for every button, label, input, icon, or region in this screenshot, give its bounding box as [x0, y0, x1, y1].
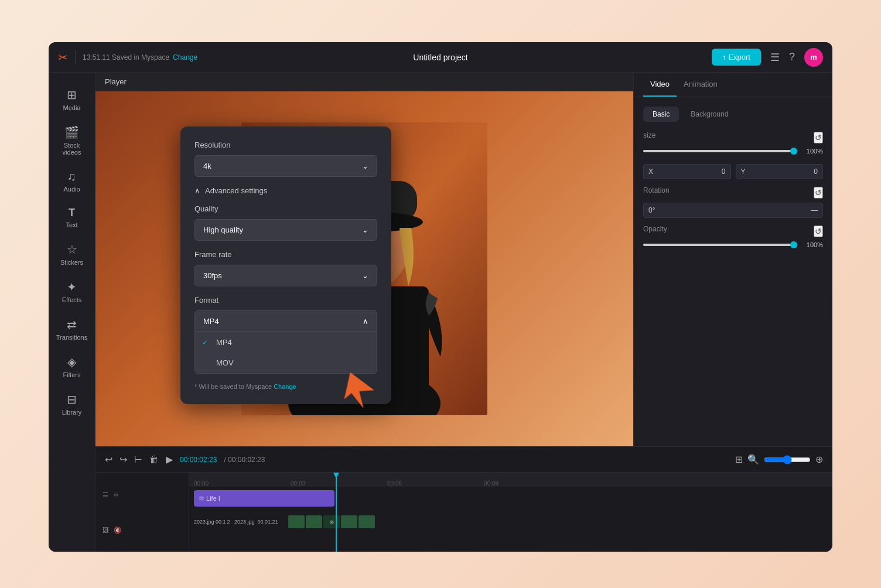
- tab-video[interactable]: Video: [643, 73, 677, 97]
- avatar[interactable]: m: [804, 48, 823, 67]
- size-slider-track[interactable]: [643, 150, 797, 152]
- stock-videos-icon: 🎬: [64, 125, 79, 139]
- rotation-value: 0°: [648, 206, 655, 214]
- redo-button[interactable]: ↪: [119, 454, 127, 465]
- content-area: ⊞ Media 🎬 Stock videos ♫ Audio T Text ☆ …: [49, 73, 832, 552]
- ruler-mark-0: 00:00: [194, 480, 209, 487]
- format-option-mp4[interactable]: ✓ MP4: [195, 332, 377, 353]
- sidebar: ⊞ Media 🎬 Stock videos ♫ Audio T Text ☆ …: [49, 73, 95, 552]
- ruler-mark-9: 00:09: [484, 480, 498, 487]
- right-panel-content: Basic Background size ↺ 100: [634, 97, 832, 446]
- sidebar-item-media[interactable]: ⊞ Media: [53, 82, 91, 117]
- player-section: Player: [95, 73, 633, 446]
- timeline-controls: ↩ ↪ ⊢ 🗑 ▶ 00:00:02:23 / 00:00:02:23 ⊞ 🔍 …: [95, 447, 832, 473]
- transitions-icon: ⇄: [67, 317, 77, 331]
- zoom-slider[interactable]: [764, 455, 811, 464]
- timeline-playhead[interactable]: [336, 473, 337, 552]
- header-right: ↑ Export ☰ ? m: [712, 48, 823, 67]
- split-button[interactable]: ⊢: [134, 454, 142, 465]
- sidebar-item-text[interactable]: T Text: [53, 201, 91, 234]
- format-option-mp4-label: MP4: [216, 338, 232, 347]
- sidebar-item-transitions[interactable]: ⇄ Transitions: [53, 312, 91, 347]
- rotation-input[interactable]: 0° —: [643, 203, 823, 218]
- framerate-select[interactable]: 30fps ⌄: [194, 265, 377, 286]
- size-label: size: [643, 131, 655, 139]
- footer-change-link[interactable]: Change: [274, 383, 296, 390]
- y-input[interactable]: Y 0: [736, 164, 824, 179]
- clip-timestamp-1: 2023.jpg 00:1: [194, 519, 226, 525]
- subtab-background[interactable]: Background: [681, 107, 737, 122]
- y-label: Y: [741, 167, 746, 176]
- quality-label: Quality: [194, 204, 377, 213]
- delete-button[interactable]: 🗑: [149, 454, 159, 465]
- x-value: 0: [722, 167, 726, 176]
- size-reset-icon[interactable]: ↺: [814, 132, 823, 143]
- cursor-arrow: [339, 367, 385, 416]
- filters-icon: ◈: [67, 355, 76, 369]
- advanced-settings-toggle[interactable]: ∧ Advanced settings: [194, 186, 377, 195]
- timeline: ↩ ↪ ⊢ 🗑 ▶ 00:00:02:23 / 00:00:02:23 ⊞ 🔍 …: [95, 446, 832, 552]
- format-chevron-icon: ∧: [363, 317, 368, 326]
- tl-thumb-2: [306, 515, 322, 528]
- total-time: / 00:00:02:23: [224, 456, 265, 464]
- size-slider-row: 100%: [643, 148, 823, 155]
- text-icon: T: [69, 207, 75, 219]
- subtab-basic[interactable]: Basic: [643, 107, 679, 122]
- sidebar-item-audio[interactable]: ♫ Audio: [53, 164, 91, 199]
- export-button[interactable]: ↑ Export: [712, 49, 761, 66]
- framerate-value: 30fps: [203, 271, 222, 280]
- rotation-label: Rotation: [643, 186, 670, 194]
- opacity-slider-row: 100%: [643, 241, 823, 248]
- rotation-reset-icon[interactable]: ↺: [814, 187, 823, 199]
- quality-select[interactable]: High quality ⌄: [194, 219, 377, 241]
- player-area: Player: [95, 73, 832, 446]
- sidebar-item-library[interactable]: ⊟ Library: [53, 387, 91, 422]
- menu-icon[interactable]: ☰: [770, 51, 780, 64]
- library-icon: ⊟: [67, 392, 77, 406]
- format-dropdown: MP4 ∧ ✓ MP4 MOV: [194, 310, 377, 374]
- sidebar-item-stickers[interactable]: ☆ Stickers: [53, 237, 91, 272]
- advanced-settings-label: Advanced settings: [205, 186, 267, 195]
- opacity-slider-track[interactable]: [643, 244, 797, 246]
- header-divider: [75, 50, 76, 64]
- timeline-sidebar: ☰ ♾ 🖼 🔇: [95, 473, 189, 552]
- ruler-mark-3: 00:03: [291, 480, 305, 487]
- undo-button[interactable]: ↩: [105, 454, 112, 465]
- sidebar-label-media: Media: [63, 104, 81, 111]
- sidebar-label-audio: Audio: [63, 186, 80, 193]
- play-button[interactable]: ▶: [166, 454, 173, 465]
- format-dropdown-header[interactable]: MP4 ∧: [195, 311, 377, 332]
- timeline-main: 00:00 00:03 00:06 00:09 ♾ Life I: [189, 473, 832, 552]
- stickers-icon: ☆: [67, 242, 77, 257]
- sidebar-label-stock-videos: Stock videos: [58, 142, 86, 156]
- change-link[interactable]: Change: [173, 53, 197, 61]
- right-panel-tabs: Video Animation: [634, 73, 832, 97]
- track2-mute-icon[interactable]: 🔇: [114, 527, 122, 534]
- resolution-select[interactable]: 4k ⌄: [194, 155, 377, 177]
- help-icon[interactable]: ?: [789, 51, 795, 63]
- zoom-in-icon[interactable]: ⊕: [815, 454, 823, 465]
- x-label: X: [648, 167, 653, 176]
- track-row-2: 2023.jpg 00:1 2 2023.jpg 00:01:21 ⊗: [189, 510, 832, 534]
- track-row-1: ♾ Life I: [189, 487, 832, 510]
- framerate-chevron-icon: ⌄: [362, 271, 368, 280]
- opacity-label: Opacity: [643, 225, 667, 233]
- media-icon: ⊞: [67, 88, 77, 102]
- zoom-fit-icon[interactable]: ⊞: [735, 454, 743, 465]
- sidebar-label-text: Text: [66, 221, 77, 228]
- app-window: ✂ 13:51:11 Saved in Myspace Change Untit…: [49, 42, 832, 552]
- sidebar-label-library: Library: [62, 409, 82, 416]
- clip-timestamp-2: 2 2023.jpg: [227, 519, 257, 525]
- sidebar-item-filters[interactable]: ◈ Filters: [53, 349, 91, 384]
- opacity-reset-icon[interactable]: ↺: [814, 225, 823, 237]
- zoom-out-icon[interactable]: 🔍: [747, 454, 759, 465]
- sidebar-item-effects[interactable]: ✦ Effects: [53, 274, 91, 309]
- format-label: Format: [194, 296, 377, 305]
- x-input[interactable]: X 0: [643, 164, 731, 179]
- header: ✂ 13:51:11 Saved in Myspace Change Untit…: [49, 42, 832, 73]
- timeline-clip-purple[interactable]: ♾ Life I: [194, 490, 334, 507]
- tab-animation[interactable]: Animation: [677, 73, 725, 97]
- project-title: Untitled project: [413, 53, 467, 62]
- advanced-toggle-icon: ∧: [194, 186, 200, 195]
- sidebar-item-stock-videos[interactable]: 🎬 Stock videos: [53, 119, 91, 162]
